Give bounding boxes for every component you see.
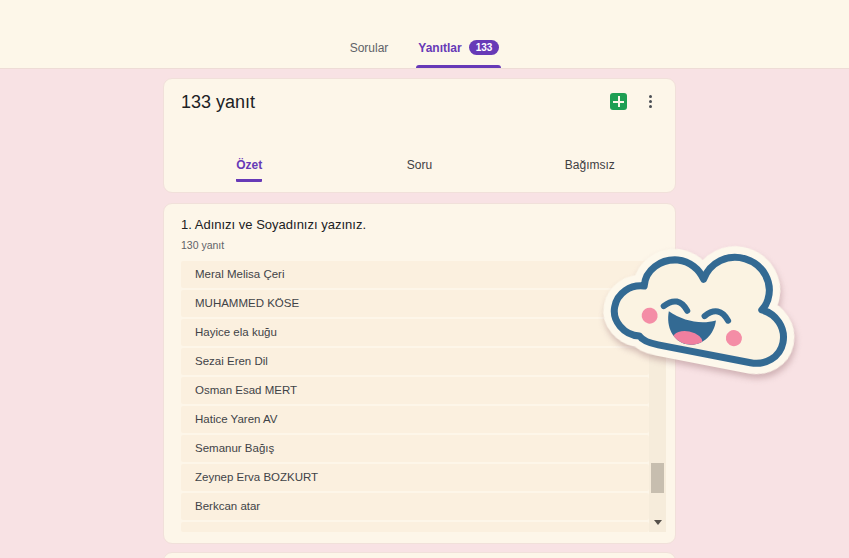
responses-view-tabs: Özet Soru Bağımsız (164, 158, 675, 192)
tab-question-label: Soru (407, 158, 432, 179)
tab-summary[interactable]: Özet (164, 158, 334, 192)
next-question-card-edge (163, 552, 676, 558)
active-tab-underline (416, 65, 501, 68)
scrollbar-thumb[interactable] (651, 463, 664, 493)
cloud-sticker (598, 238, 824, 402)
answer-row: Hayice ela kuğu (181, 319, 649, 346)
form-nav-tabs: Sorular Yanıtlar 133 (348, 0, 502, 68)
question-title: 1. Adınızı ve Soyadınızı yazınız. (181, 217, 366, 232)
responses-count-badge: 133 (469, 40, 500, 55)
answer-row: Semanur Bağış (181, 435, 649, 462)
question-response-count: 130 yanıt (181, 239, 224, 251)
header-actions (610, 92, 657, 110)
answer-row: Meral Melisa Çeri (181, 261, 649, 288)
tab-question[interactable]: Soru (334, 158, 504, 192)
tab-responses-label: Yanıtlar (418, 41, 461, 55)
scroll-down-arrow[interactable] (649, 514, 666, 530)
answer-row: Osman Esad MERT (181, 377, 649, 404)
tab-summary-label: Özet (236, 158, 262, 182)
kebab-menu-icon[interactable] (643, 92, 657, 110)
answer-row-partial (181, 522, 649, 532)
tab-responses[interactable]: Yanıtlar 133 (416, 40, 501, 68)
top-bar: Sorular Yanıtlar 133 (0, 0, 849, 69)
tab-individual[interactable]: Bağımsız (505, 158, 675, 192)
responses-summary-card: 133 yanıt Yanıtlar kabul ediliyor Özet S… (163, 78, 676, 193)
create-spreadsheet-icon[interactable] (610, 93, 627, 110)
tab-questions-label: Sorular (350, 41, 389, 55)
answer-row: MUHAMMED KÖSE (181, 290, 649, 317)
answer-row: Hatice Yaren AV (181, 406, 649, 433)
answer-row: Sezai Eren Dil (181, 348, 649, 375)
tab-individual-label: Bağımsız (565, 158, 615, 179)
answers-rows: Meral Melisa Çeri MUHAMMED KÖSE Hayice e… (181, 261, 649, 532)
answer-row: Berkcan atar (181, 493, 649, 520)
cloud-sticker-graphic (598, 238, 824, 402)
answers-list: Meral Melisa Çeri MUHAMMED KÖSE Hayice e… (181, 261, 666, 532)
responses-title: 133 yanıt (181, 92, 255, 113)
tab-questions[interactable]: Sorular (348, 41, 391, 68)
answer-row: Zeynep Erva BOZKURT (181, 464, 649, 491)
